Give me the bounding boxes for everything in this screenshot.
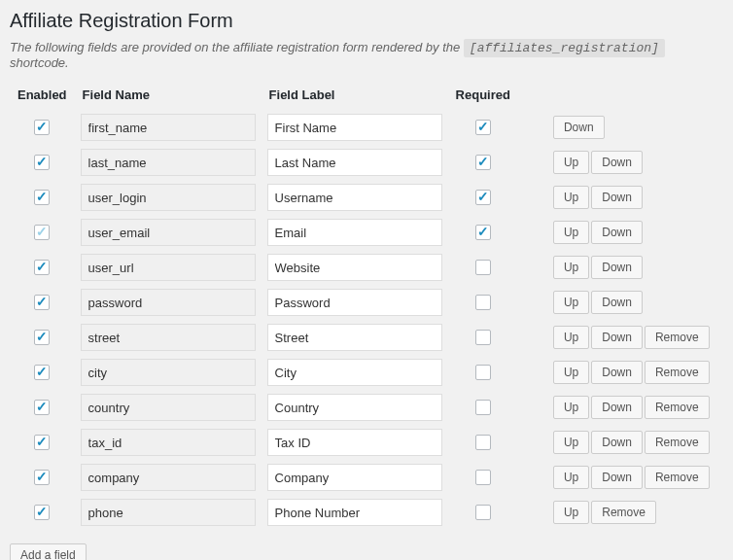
down-button[interactable]: Down <box>591 256 643 280</box>
enabled-checkbox[interactable] <box>34 190 50 205</box>
required-checkbox[interactable] <box>475 295 491 310</box>
table-row: Down <box>10 110 717 145</box>
enabled-checkbox[interactable] <box>34 505 50 520</box>
enabled-checkbox[interactable] <box>34 470 50 485</box>
enabled-checkbox[interactable] <box>34 120 50 135</box>
required-checkbox[interactable] <box>475 225 491 240</box>
required-checkbox[interactable] <box>475 260 491 275</box>
required-checkbox[interactable] <box>475 330 491 345</box>
field-label-input[interactable] <box>267 359 442 386</box>
remove-button[interactable]: Remove <box>645 396 710 420</box>
shortcode-tag: [affiliates_registration] <box>464 39 665 57</box>
field-label-input[interactable] <box>267 219 442 246</box>
field-label-input[interactable] <box>267 184 442 211</box>
page-description: The following fields are provided on the… <box>10 40 723 70</box>
field-label-input[interactable] <box>267 324 442 351</box>
col-field-name: Field Name <box>75 82 262 110</box>
field-name-input[interactable] <box>81 429 256 456</box>
up-button[interactable]: Up <box>553 361 589 385</box>
enabled-checkbox[interactable] <box>34 295 50 310</box>
field-name-input[interactable] <box>81 184 256 211</box>
table-row: UpDown <box>10 145 717 180</box>
down-button[interactable]: Down <box>553 116 605 140</box>
col-field-label: Field Label <box>262 82 448 110</box>
down-button[interactable]: Down <box>591 431 643 455</box>
field-label-input[interactable] <box>267 394 442 421</box>
up-button[interactable]: Up <box>553 396 589 420</box>
table-row: UpDown <box>10 180 717 215</box>
table-row: UpDown <box>10 285 717 320</box>
down-button[interactable]: Down <box>591 221 643 245</box>
add-field-button[interactable]: Add a field <box>10 543 87 560</box>
table-row: UpDownRemove <box>10 355 717 390</box>
col-enabled: Enabled <box>10 82 75 110</box>
required-checkbox[interactable] <box>475 505 491 520</box>
field-name-input[interactable] <box>81 324 256 351</box>
up-button[interactable]: Up <box>553 501 589 525</box>
required-checkbox[interactable] <box>475 435 491 450</box>
up-button[interactable]: Up <box>553 186 589 210</box>
field-name-input[interactable] <box>81 464 256 491</box>
up-button[interactable]: Up <box>553 466 589 490</box>
col-actions <box>518 82 547 110</box>
description-text-post: shortcode. <box>10 55 69 70</box>
required-checkbox[interactable] <box>475 470 491 485</box>
down-button[interactable]: Down <box>591 186 643 210</box>
down-button[interactable]: Down <box>591 291 643 315</box>
down-button[interactable]: Down <box>591 151 643 175</box>
up-button[interactable]: Up <box>553 151 589 175</box>
down-button[interactable]: Down <box>591 466 643 490</box>
up-button[interactable]: Up <box>553 431 589 455</box>
up-button[interactable]: Up <box>553 221 589 245</box>
table-row: UpDown <box>10 215 717 250</box>
remove-button[interactable]: Remove <box>645 466 710 490</box>
down-button[interactable]: Down <box>591 396 643 420</box>
enabled-checkbox[interactable] <box>34 330 50 345</box>
field-name-input[interactable] <box>81 149 256 176</box>
field-label-input[interactable] <box>267 429 442 456</box>
field-name-input[interactable] <box>81 359 256 386</box>
table-row: UpDownRemove <box>10 320 717 355</box>
field-name-input[interactable] <box>81 394 256 421</box>
page-title: Affiliate Registration Form <box>10 10 723 32</box>
up-button[interactable]: Up <box>553 291 589 315</box>
description-text-pre: The following fields are provided on the… <box>10 40 464 54</box>
up-button[interactable]: Up <box>553 326 589 350</box>
enabled-checkbox[interactable] <box>34 155 50 170</box>
down-button[interactable]: Down <box>591 361 643 385</box>
table-row: UpDownRemove <box>10 390 717 425</box>
table-row: UpDownRemove <box>10 425 717 460</box>
down-button[interactable]: Down <box>591 326 643 350</box>
enabled-checkbox[interactable] <box>34 365 50 380</box>
enabled-checkbox[interactable] <box>34 225 50 240</box>
col-required: Required <box>448 82 518 110</box>
required-checkbox[interactable] <box>475 190 491 205</box>
field-label-input[interactable] <box>267 114 442 141</box>
enabled-checkbox[interactable] <box>34 435 50 450</box>
remove-button[interactable]: Remove <box>645 431 710 455</box>
field-name-input[interactable] <box>81 219 256 246</box>
table-row: UpDown <box>10 250 717 285</box>
required-checkbox[interactable] <box>475 120 491 135</box>
required-checkbox[interactable] <box>475 400 491 415</box>
remove-button[interactable]: Remove <box>645 326 710 350</box>
required-checkbox[interactable] <box>475 365 491 380</box>
field-name-input[interactable] <box>81 114 256 141</box>
required-checkbox[interactable] <box>475 155 491 170</box>
field-name-input[interactable] <box>81 254 256 281</box>
enabled-checkbox[interactable] <box>34 400 50 415</box>
enabled-checkbox[interactable] <box>34 260 50 275</box>
remove-button[interactable]: Remove <box>645 361 710 385</box>
field-name-input[interactable] <box>81 289 256 316</box>
field-label-input[interactable] <box>267 289 442 316</box>
table-row: UpDownRemove <box>10 460 717 495</box>
field-label-input[interactable] <box>267 499 442 526</box>
table-row: UpRemove <box>10 495 717 530</box>
field-label-input[interactable] <box>267 254 442 281</box>
field-name-input[interactable] <box>81 499 256 526</box>
remove-button[interactable]: Remove <box>591 501 656 525</box>
field-label-input[interactable] <box>267 149 442 176</box>
fields-table: Enabled Field Name Field Label Required … <box>10 82 717 530</box>
field-label-input[interactable] <box>267 464 442 491</box>
up-button[interactable]: Up <box>553 256 589 280</box>
